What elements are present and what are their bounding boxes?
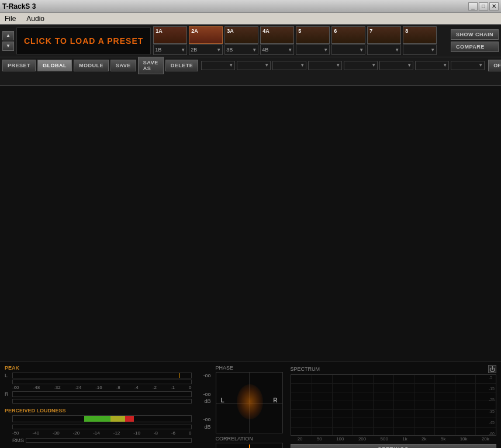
freq-2k: 2k bbox=[421, 436, 426, 442]
slot-3b-label: 3B bbox=[226, 47, 233, 53]
chain-slot-7: 7 ▼ bbox=[367, 26, 401, 55]
save-btn[interactable]: SAVE bbox=[110, 60, 136, 71]
slot-2a-label: 2A bbox=[191, 28, 198, 34]
slot-3a-top[interactable]: 3A bbox=[224, 26, 258, 44]
maximize-btn[interactable]: □ bbox=[479, 2, 488, 11]
slot-6-bottom[interactable]: ▼ bbox=[331, 44, 365, 55]
scale-32: -32 bbox=[54, 385, 61, 390]
close-btn[interactable]: ✕ bbox=[489, 2, 499, 11]
peak-scale-bar bbox=[12, 380, 192, 384]
preset-name-btn[interactable]: CLICK TO LOAD A PRESET bbox=[16, 27, 151, 54]
spec-v1 bbox=[312, 375, 312, 435]
global-btn[interactable]: GLOBAL bbox=[37, 60, 72, 71]
freq-200: 200 bbox=[358, 436, 366, 442]
peak-label: PEAK bbox=[5, 365, 211, 371]
spec-v4 bbox=[373, 375, 374, 435]
spec-v9 bbox=[475, 375, 476, 435]
spectrum-power-btn[interactable]: ⏻ bbox=[488, 365, 496, 373]
slot-dd-5[interactable]: ▼ bbox=[344, 61, 378, 70]
slot-dd-1-arrow: ▼ bbox=[229, 63, 233, 68]
preset-nav-down[interactable]: ▼ bbox=[2, 42, 14, 51]
scale-16: -16 bbox=[95, 385, 102, 390]
slot-2b-bottom[interactable]: 2B ▼ bbox=[189, 44, 223, 55]
toolbar-row1: ▲ ▼ CLICK TO LOAD A PRESET 1A 1B ▼ bbox=[0, 25, 501, 57]
perc-0b: 0 bbox=[189, 430, 191, 436]
slot-1a-top[interactable]: 1A bbox=[153, 26, 187, 44]
slot-5-top[interactable]: 5 bbox=[296, 26, 330, 44]
slot-dd-2[interactable]: ▼ bbox=[237, 61, 271, 70]
slot-5-bottom[interactable]: ▼ bbox=[296, 44, 330, 55]
menu-audio[interactable]: Audio bbox=[24, 13, 47, 24]
spec-v7 bbox=[434, 375, 435, 435]
slot-8-dropdown-arrow: ▼ bbox=[430, 47, 435, 53]
module-btn[interactable]: MODULE bbox=[74, 60, 109, 71]
l-channel-label: L bbox=[5, 373, 11, 378]
slot-1-dropdown-arrow: ▼ bbox=[181, 47, 185, 53]
scale-60: -60 bbox=[12, 385, 19, 390]
spec-v6 bbox=[414, 375, 414, 435]
slot-7-bottom[interactable]: ▼ bbox=[367, 44, 401, 55]
slot-2a-top[interactable]: 2A bbox=[189, 26, 223, 44]
meters-area: PEAK L -oo -60 bbox=[0, 361, 501, 448]
slot-dd-4[interactable]: ▼ bbox=[308, 61, 342, 70]
chain-slot-2: 2A 2B ▼ bbox=[189, 26, 223, 55]
slot-dd-1[interactable]: ▼ bbox=[201, 61, 235, 70]
spec-db-5: -5 bbox=[489, 375, 495, 380]
slot-dd-3[interactable]: ▼ bbox=[272, 61, 306, 70]
slot-dd-6[interactable]: ▼ bbox=[379, 61, 413, 70]
slot-8-top[interactable]: 8 bbox=[403, 26, 437, 44]
show-chain-btn[interactable]: SHOW CHAIN bbox=[451, 29, 499, 40]
perceived-section: PERCEIVED LOUDNESS -oo dB -50 bbox=[5, 408, 211, 443]
peak-l-row: L -oo bbox=[5, 373, 211, 378]
spec-db-15: -15 bbox=[489, 387, 495, 391]
slot-5-label: 5 bbox=[298, 28, 301, 34]
perceived-label: PERCEIVED LOUDNESS bbox=[5, 408, 211, 413]
perc-6: -6 bbox=[171, 430, 175, 436]
slot-6-dropdown-arrow: ▼ bbox=[359, 47, 364, 53]
slot-1b-label: 1B bbox=[155, 47, 161, 53]
perceived-row: -oo bbox=[5, 415, 211, 423]
freq-500: 500 bbox=[381, 436, 388, 442]
title-bar: T-RackS 3 _ □ ✕ bbox=[0, 0, 501, 13]
slot-4b-bottom[interactable]: 4B ▼ bbox=[260, 44, 294, 55]
slot-dd-7[interactable]: ▼ bbox=[415, 61, 449, 70]
top-toolbar: ▲ ▼ CLICK TO LOAD A PRESET 1A 1B ▼ bbox=[0, 25, 501, 86]
preset-btn[interactable]: PRESET bbox=[2, 60, 36, 71]
slot-7-top[interactable]: 7 bbox=[367, 26, 401, 44]
spec-v3 bbox=[353, 375, 353, 435]
compare-btn[interactable]: COMPARE bbox=[451, 42, 499, 52]
slot-6-top[interactable]: 6 bbox=[331, 26, 365, 44]
menu-file[interactable]: File bbox=[2, 13, 18, 24]
save-as-btn[interactable]: SAVE AS bbox=[138, 57, 164, 74]
delete-btn[interactable]: DELETE bbox=[165, 60, 199, 71]
slot-5-dropdown-arrow: ▼ bbox=[323, 47, 328, 53]
chain-slots: 1A 1B ▼ 2A 2B ▼ bbox=[153, 26, 446, 55]
correlation-bar bbox=[216, 443, 283, 448]
perc-bar-red bbox=[125, 416, 134, 422]
preset-nav-up[interactable]: ▲ bbox=[2, 31, 14, 40]
slot-3b-bottom[interactable]: 3B ▼ bbox=[224, 44, 258, 55]
phase-l-label: L bbox=[221, 397, 224, 404]
slot-1b-bottom[interactable]: 1B ▼ bbox=[153, 44, 187, 55]
perceived-meter bbox=[12, 415, 192, 422]
slot-8-bottom[interactable]: ▼ bbox=[403, 44, 437, 55]
minimize-btn[interactable]: _ bbox=[468, 2, 478, 11]
off-btn[interactable]: OFF bbox=[488, 60, 501, 71]
perc-10: -10 bbox=[133, 430, 140, 436]
scale-0: 0 bbox=[189, 385, 191, 390]
slot-dd-8[interactable]: ▼ bbox=[451, 61, 485, 70]
spec-db-25: -25 bbox=[489, 398, 495, 402]
freq-20k: 20k bbox=[482, 436, 489, 442]
spectrum-label-text: SPECTRUM bbox=[291, 366, 320, 372]
toolbar-row2: PRESET GLOBAL MODULE SAVE SAVE AS DELETE… bbox=[0, 57, 501, 73]
db-label: dB bbox=[194, 398, 211, 404]
spec-db-35: -35 bbox=[489, 409, 495, 413]
slot-7-label: 7 bbox=[369, 28, 372, 34]
perc-40: -40 bbox=[33, 430, 40, 436]
settings-btn[interactable]: SETTINGS bbox=[291, 444, 497, 448]
perc-8: -8 bbox=[154, 430, 158, 436]
chain-slot-8: 8 ▼ bbox=[403, 26, 437, 55]
slot-4a-top[interactable]: 4A bbox=[260, 26, 294, 44]
phase-display: L R bbox=[216, 372, 283, 433]
perc-30: -30 bbox=[53, 430, 60, 436]
